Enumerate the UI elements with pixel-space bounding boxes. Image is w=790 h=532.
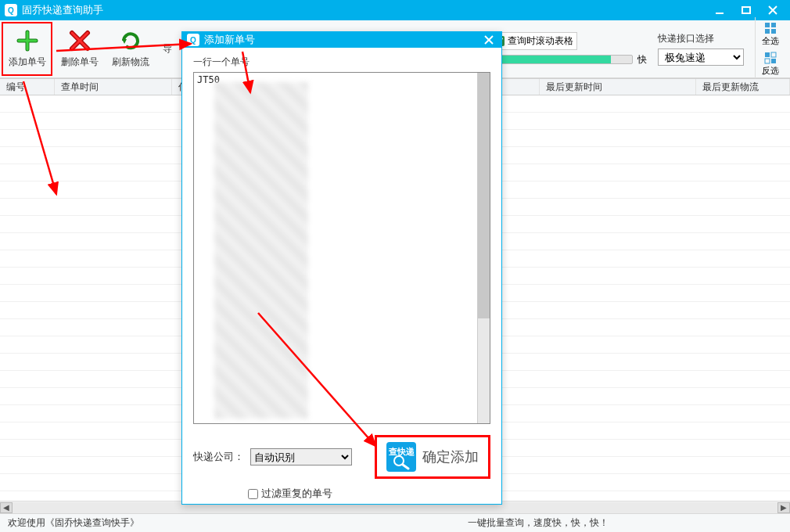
delete-tracking-button[interactable]: 删除单号 (54, 20, 105, 77)
dialog-title: 添加新单号 (204, 33, 481, 47)
add-tracking-dialog: Q 添加新单号 一行一个单号 JT50 快递公司： 自动识别 (181, 31, 502, 505)
redacted-tracking-numbers (214, 82, 308, 419)
selection-buttons: 全选 反选 (755, 17, 785, 81)
interface-group: 快递接口选择 极兔速递 (658, 32, 744, 66)
plus-icon (16, 29, 39, 52)
add-tracking-button[interactable]: 添加单号 (2, 22, 52, 76)
scroll-check-label: 查询时滚动表格 (508, 34, 573, 48)
svg-rect-16 (771, 29, 776, 34)
dialog-hint: 一行一个单号 (193, 56, 490, 69)
invert-icon (764, 52, 777, 64)
dialog-app-icon: Q (187, 34, 199, 46)
add-tracking-label: 添加单号 (9, 56, 46, 69)
textarea-scrollbar[interactable] (477, 73, 490, 423)
tracking-numbers-input-wrap: JT50 (193, 72, 490, 424)
window-controls (712, 2, 785, 18)
app-icon: Q (5, 4, 17, 16)
confirm-add-button[interactable]: 查快递 确定添加 (375, 435, 490, 479)
speed-slider[interactable] (490, 55, 633, 64)
dialog-close-button[interactable] (481, 32, 497, 48)
dialog-titlebar: Q 添加新单号 (182, 32, 501, 48)
invert-selection-label: 反选 (762, 65, 779, 77)
svg-rect-19 (765, 59, 770, 63)
speed-fast-label: 快 (637, 53, 647, 66)
close-button[interactable] (765, 2, 781, 18)
main-window-titlebar: Q 固乔快递查询助手 (0, 0, 790, 20)
app-title: 固乔快递查询助手 (22, 3, 712, 17)
col-last-logistics[interactable]: 最后更新物流 (696, 79, 790, 95)
delete-tracking-label: 删除单号 (61, 56, 99, 69)
scroll-right-arrow[interactable]: ▶ (777, 502, 790, 513)
col-index[interactable]: 编号 (0, 79, 55, 95)
interface-select[interactable]: 极兔速递 (658, 49, 744, 66)
col-query-time[interactable]: 查单时间 (55, 79, 172, 95)
grid-icon (764, 22, 777, 34)
refresh-button[interactable]: 刷新物流 (105, 20, 156, 77)
dialog-body: 一行一个单号 JT50 快递公司： 自动识别 查快递 (182, 48, 501, 510)
status-bar: 欢迎使用《固乔快递查询快手》 一键批量查询，速度快，快，快！ (0, 513, 790, 532)
svg-rect-1 (742, 7, 750, 13)
svg-rect-14 (771, 23, 776, 27)
svg-marker-12 (122, 39, 127, 44)
dialog-footer: 快递公司： 自动识别 查快递 确定添加 (193, 435, 490, 501)
refresh-icon (119, 29, 142, 52)
filter-duplicates-label: 过滤重复的单号 (261, 487, 332, 501)
svg-text:查快递: 查快递 (388, 447, 415, 456)
confirm-add-label: 确定添加 (422, 448, 479, 466)
interface-label: 快递接口选择 (658, 32, 744, 45)
company-select[interactable]: 自动识别 (250, 448, 352, 466)
minimize-button[interactable] (712, 2, 727, 18)
company-label: 快递公司： (193, 450, 244, 464)
x-icon (68, 29, 92, 52)
status-welcome: 欢迎使用《固乔快递查询快手》 (8, 516, 139, 530)
scroll-left-arrow[interactable]: ◀ (0, 502, 13, 513)
filter-duplicates-input[interactable] (248, 489, 258, 499)
refresh-label: 刷新物流 (112, 56, 149, 69)
filter-duplicates-checkbox[interactable]: 过滤重复的单号 (248, 487, 332, 501)
export-label: 导 (163, 42, 172, 56)
svg-rect-18 (771, 52, 776, 57)
company-row: 快递公司： 自动识别 查快递 确定添加 (193, 435, 490, 479)
status-slogan: 一键批量查询，速度快，快，快！ (468, 516, 609, 530)
invert-selection-button[interactable]: 反选 (759, 50, 782, 78)
export-button[interactable]: 导 (156, 20, 179, 77)
scroll-table-checkbox[interactable]: 查询时滚动表格 (490, 32, 577, 50)
svg-rect-20 (771, 59, 776, 63)
select-all-button[interactable]: 全选 (759, 20, 782, 49)
dialog-options-row: 过滤重复的单号 (193, 487, 490, 501)
speed-group: 查询时滚动表格 快 (490, 32, 647, 66)
svg-rect-13 (765, 23, 770, 27)
svg-line-25 (403, 465, 408, 469)
svg-rect-15 (765, 29, 770, 34)
select-all-label: 全选 (762, 35, 779, 47)
maximize-button[interactable] (738, 2, 754, 18)
lookup-icon: 查快递 (386, 442, 416, 472)
svg-rect-17 (765, 52, 770, 57)
col-last-update[interactable]: 最后更新时间 (540, 79, 696, 95)
